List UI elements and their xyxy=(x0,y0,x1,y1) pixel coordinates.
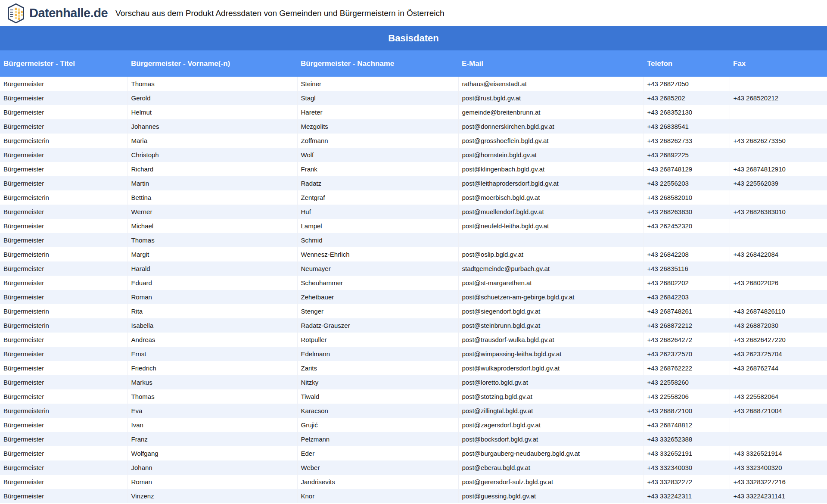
cell-vorname: Johannes xyxy=(127,119,297,134)
table-row: BürgermeisterHelmutHaretergemeinde@breit… xyxy=(0,105,827,119)
cell-telefon: +43 262452320 xyxy=(644,219,730,233)
cell-nachname: Radatz xyxy=(297,176,458,190)
cell-email: post@zagersdorf.bgld.gv.at xyxy=(458,418,644,432)
cell-fax xyxy=(730,190,827,205)
cell-vorname: Harald xyxy=(127,261,297,276)
cell-vorname: Ernst xyxy=(127,347,297,361)
cell-nachname: Hareter xyxy=(297,105,458,119)
cell-email xyxy=(458,233,644,247)
cell-titel: Bürgermeisterin xyxy=(0,304,127,318)
cell-titel: Bürgermeister xyxy=(0,389,127,404)
cell-titel: Bürgermeister xyxy=(0,162,127,176)
cell-vorname: Bettina xyxy=(127,190,297,205)
cell-vorname: Martin xyxy=(127,176,297,190)
table-row: BürgermeisterThomasSchmid xyxy=(0,233,827,247)
cell-fax: +43 268872030 xyxy=(730,318,827,333)
cell-email: post@leithaprodersdorf.bgld.gv.at xyxy=(458,176,644,190)
cell-titel: Bürgermeister xyxy=(0,148,127,162)
table-row: BürgermeisterErnstEdelmannpost@wimpassin… xyxy=(0,347,827,361)
cell-email: post@schuetzen-am-gebirge.bgld.gv.at xyxy=(458,290,644,304)
cell-email: post@neufeld-leitha.bgld.gv.at xyxy=(458,219,644,233)
cell-fax: +43 26874826110 xyxy=(730,304,827,318)
cell-email: post@loretto.bgld.gv.at xyxy=(458,375,644,389)
table-row: BürgermeisterMartinRadatzpost@leithaprod… xyxy=(0,176,827,190)
cell-fax: +43 268422084 xyxy=(730,247,827,261)
datenhalle-logo[interactable]: Datenhalle.de xyxy=(7,3,108,24)
data-table: Bürgermeister - Titel Bürgermeister - Vo… xyxy=(0,50,827,503)
cell-email: post@rust.bgld.gv.at xyxy=(458,91,644,105)
cell-vorname: Friedrich xyxy=(127,361,297,375)
cell-titel: Bürgermeister xyxy=(0,261,127,276)
cell-nachname: Frank xyxy=(297,162,458,176)
cell-telefon: +43 268352130 xyxy=(644,105,730,119)
cell-telefon: +43 332242311 xyxy=(644,489,730,503)
cell-nachname: Edelmann xyxy=(297,347,458,361)
cell-email: post@burgauberg-neudauberg.bgld.gv.at xyxy=(458,446,644,460)
cell-vorname: Ivan xyxy=(127,418,297,432)
column-header-fax: Fax xyxy=(730,50,827,77)
cell-titel: Bürgermeister xyxy=(0,176,127,190)
cell-titel: Bürgermeister xyxy=(0,460,127,475)
table-header: Bürgermeister - Titel Bürgermeister - Vo… xyxy=(0,50,827,77)
cell-email: post@hornstein.bgld.gv.at xyxy=(458,148,644,162)
cell-email: post@wimpassing-leitha.bgld.gv.at xyxy=(458,347,644,361)
column-header-nachname: Bürgermeister - Nachname xyxy=(297,50,458,77)
cell-email: gemeinde@breitenbrunn.at xyxy=(458,105,644,119)
cell-vorname: Thomas xyxy=(127,77,297,91)
cell-fax xyxy=(730,148,827,162)
cell-fax: +43 26826273350 xyxy=(730,134,827,148)
cell-fax: +43 225582064 xyxy=(730,389,827,404)
cell-telefon: +43 268582010 xyxy=(644,190,730,205)
cell-fax xyxy=(730,290,827,304)
table-row: BürgermeisterAndreasRotpullerpost@trausd… xyxy=(0,333,827,347)
cell-fax: +43 268520212 xyxy=(730,91,827,105)
cell-telefon: +43 268872212 xyxy=(644,318,730,333)
cell-telefon: +43 268262733 xyxy=(644,134,730,148)
cell-vorname: Rita xyxy=(127,304,297,318)
cell-telefon: +43 332652388 xyxy=(644,432,730,446)
cell-email: post@bocksdorf.bgld.gv.at xyxy=(458,432,644,446)
table-row: BürgermeisterVinzenzKnorpost@guessing.bg… xyxy=(0,489,827,503)
cell-nachname: Pelzmann xyxy=(297,432,458,446)
cell-telefon: +43 268748129 xyxy=(644,162,730,176)
cell-fax: +43 3323400320 xyxy=(730,460,827,475)
cell-titel: Bürgermeister xyxy=(0,119,127,134)
cell-titel: Bürgermeister xyxy=(0,77,127,91)
table-row: BürgermeisterinBettinaZentgrafpost@moerb… xyxy=(0,190,827,205)
cell-titel: Bürgermeister xyxy=(0,219,127,233)
cell-vorname: Richard xyxy=(127,162,297,176)
table-row: BürgermeisterJohannesMezgolitspost@donne… xyxy=(0,119,827,134)
cell-email: post@trausdorf-wulka.bgld.gv.at xyxy=(458,333,644,347)
cell-telefon: +43 26827050 xyxy=(644,77,730,91)
cell-fax xyxy=(730,375,827,389)
cell-nachname: Radatz-Grauszer xyxy=(297,318,458,333)
cell-telefon: +43 26842208 xyxy=(644,247,730,261)
cell-nachname: Scheuhammer xyxy=(297,276,458,290)
cell-email: post@guessing.bgld.gv.at xyxy=(458,489,644,503)
cell-telefon: +43 332340030 xyxy=(644,460,730,475)
cell-fax: +43 2688721004 xyxy=(730,404,827,418)
table-body: BürgermeisterThomasSteinerrathaus@eisens… xyxy=(0,77,827,503)
cell-fax xyxy=(730,105,827,119)
cell-telefon: +43 26838541 xyxy=(644,119,730,134)
cell-email: post@st-margarethen.at xyxy=(458,276,644,290)
column-header-email: E-Mail xyxy=(458,50,644,77)
cell-titel: Bürgermeister xyxy=(0,91,127,105)
cell-titel: Bürgermeisterin xyxy=(0,247,127,261)
cell-titel: Bürgermeister xyxy=(0,290,127,304)
cell-vorname: Isabella xyxy=(127,318,297,333)
cell-nachname: Eder xyxy=(297,446,458,460)
table-row: BürgermeisterWernerHufpost@muellendorf.b… xyxy=(0,205,827,219)
cell-telefon: +43 26842203 xyxy=(644,290,730,304)
cell-vorname: Franz xyxy=(127,432,297,446)
cell-fax xyxy=(730,119,827,134)
table-row: BürgermeisterThomasSteinerrathaus@eisens… xyxy=(0,77,827,91)
cell-fax xyxy=(730,77,827,91)
cell-telefon: +43 268748261 xyxy=(644,304,730,318)
cell-telefon: +43 26835116 xyxy=(644,261,730,276)
cell-telefon: +43 2685202 xyxy=(644,91,730,105)
cell-email: post@donnerskirchen.bgld.gv.at xyxy=(458,119,644,134)
cell-telefon: +43 26802202 xyxy=(644,276,730,290)
cell-telefon: +43 268263830 xyxy=(644,205,730,219)
cell-telefon: +43 268748812 xyxy=(644,418,730,432)
